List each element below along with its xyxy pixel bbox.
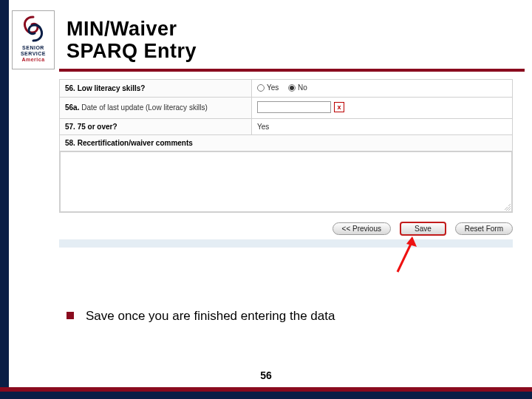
row-56a: 56a. Date of last update (Low literacy s… [60,97,513,118]
form-table: 56. Low literacy skills? Yes No 56a. [59,79,513,213]
row57-label: 75 or over? [78,123,117,131]
row58-label: Recertification/waiver comments [78,139,193,147]
date-input[interactable] [257,101,331,113]
radio-yes-label: Yes [267,83,279,92]
radio-no-label: No [298,83,307,92]
radio-no[interactable]: No [288,83,307,92]
logo-line2: SERVICE [21,51,46,57]
logo-swirl-icon [18,14,48,44]
bullet-square-icon [66,312,74,319]
button-row: << Previous Save Reset Form [59,218,513,239]
org-logo: SENIOR SERVICE America [12,10,55,69]
title-underline [59,69,525,72]
slide-title: MIN/Waiver SPARQ Entry [66,18,197,62]
logo-line1: SENIOR [21,45,46,51]
row-58-box [60,151,513,212]
left-accent-bar [0,0,9,399]
reset-form-button[interactable]: Reset Form [455,222,513,235]
row-58: 58. Recertification/waiver comments [60,134,513,151]
row-57: 57. 75 or over? Yes [60,118,513,134]
row56a-label: Date of last update (Low literacy skills… [81,103,208,112]
logo-text: SENIOR SERVICE America [21,45,46,63]
bullet-row: Save once you are finished entering the … [66,309,335,324]
title-line1: MIN/Waiver [66,18,197,40]
row-56: 56. Low literacy skills? Yes No [60,80,513,98]
row58-num: 58. [65,139,75,147]
row56-label: Low literacy skills? [78,84,146,92]
calendar-icon[interactable]: x [334,102,344,112]
title-line2: SPARQ Entry [66,40,197,62]
date-field: x [257,101,344,113]
row57-num: 57. [65,123,75,131]
bottom-bar [0,392,532,399]
radio-circle-filled-icon [288,84,296,92]
row56-num: 56. [65,84,75,92]
logo-line3: America [21,57,46,63]
footer-strip [59,239,513,248]
bullet-text: Save once you are finished entering the … [86,309,335,324]
row57-value: Yes [252,118,513,134]
row56a-num: 56a. [65,103,79,112]
page-number: 56 [0,369,532,381]
comments-textarea[interactable] [60,151,512,212]
radio-yes[interactable]: Yes [257,83,279,92]
previous-button[interactable]: << Previous [332,222,391,235]
save-button[interactable]: Save [400,222,446,236]
radio-circle-icon [257,84,265,92]
